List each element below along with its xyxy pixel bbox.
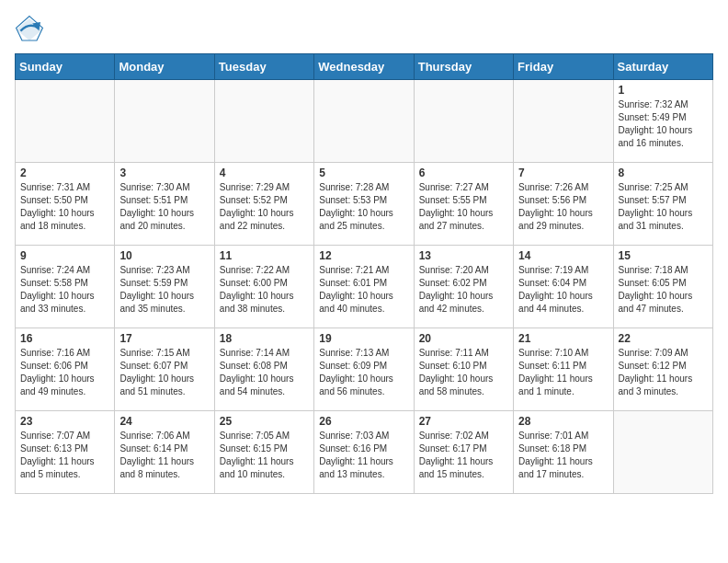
day-info: Sunrise: 7:32 AM Sunset: 5:49 PM Dayligh…: [619, 98, 708, 150]
calendar-header-thursday: Thursday: [414, 54, 513, 80]
day-info: Sunrise: 7:29 AM Sunset: 5:52 PM Dayligh…: [220, 181, 309, 233]
calendar-cell: 12Sunrise: 7:21 AM Sunset: 6:01 PM Dayli…: [314, 246, 414, 328]
calendar-cell: 9Sunrise: 7:24 AM Sunset: 5:58 PM Daylig…: [16, 246, 115, 328]
day-info: Sunrise: 7:27 AM Sunset: 5:55 PM Dayligh…: [419, 181, 508, 233]
calendar-cell: 2Sunrise: 7:31 AM Sunset: 5:50 PM Daylig…: [16, 163, 115, 246]
logo-icon: [15, 15, 44, 44]
calendar-cell: 5Sunrise: 7:28 AM Sunset: 5:53 PM Daylig…: [314, 163, 414, 246]
calendar-week-2: 9Sunrise: 7:24 AM Sunset: 5:58 PM Daylig…: [16, 246, 713, 328]
calendar-cell: 10Sunrise: 7:23 AM Sunset: 5:59 PM Dayli…: [115, 246, 214, 328]
calendar-cell: [414, 80, 513, 163]
day-info: Sunrise: 7:23 AM Sunset: 5:59 PM Dayligh…: [119, 264, 209, 316]
day-info: Sunrise: 7:19 AM Sunset: 6:04 PM Dayligh…: [518, 264, 608, 316]
calendar-cell: 16Sunrise: 7:16 AM Sunset: 6:06 PM Dayli…: [16, 328, 115, 411]
day-number: 16: [20, 332, 109, 345]
day-info: Sunrise: 7:16 AM Sunset: 6:06 PM Dayligh…: [20, 347, 109, 398]
calendar-week-3: 16Sunrise: 7:16 AM Sunset: 6:06 PM Dayli…: [16, 328, 713, 411]
day-number: 21: [518, 332, 608, 345]
calendar-header-monday: Monday: [115, 54, 214, 80]
day-info: Sunrise: 7:15 AM Sunset: 6:07 PM Dayligh…: [119, 347, 209, 398]
day-info: Sunrise: 7:28 AM Sunset: 5:53 PM Dayligh…: [319, 181, 408, 233]
day-info: Sunrise: 7:03 AM Sunset: 6:16 PM Dayligh…: [319, 430, 408, 481]
day-info: Sunrise: 7:22 AM Sunset: 6:00 PM Dayligh…: [220, 264, 309, 316]
calendar-cell: 27Sunrise: 7:02 AM Sunset: 6:17 PM Dayli…: [414, 411, 513, 494]
day-info: Sunrise: 7:02 AM Sunset: 6:17 PM Dayligh…: [419, 430, 508, 481]
calendar-header-row: SundayMondayTuesdayWednesdayThursdayFrid…: [16, 54, 713, 80]
calendar-cell: 24Sunrise: 7:06 AM Sunset: 6:14 PM Dayli…: [115, 411, 214, 494]
day-number: 8: [619, 167, 708, 179]
day-number: 11: [220, 249, 309, 262]
calendar-cell: 26Sunrise: 7:03 AM Sunset: 6:16 PM Dayli…: [314, 411, 414, 494]
day-number: 22: [619, 332, 708, 345]
day-number: 5: [319, 167, 408, 179]
calendar-cell: 18Sunrise: 7:14 AM Sunset: 6:08 PM Dayli…: [214, 328, 313, 411]
calendar-cell: 21Sunrise: 7:10 AM Sunset: 6:11 PM Dayli…: [514, 328, 613, 411]
day-number: 19: [319, 332, 408, 345]
calendar-cell: 19Sunrise: 7:13 AM Sunset: 6:09 PM Dayli…: [314, 328, 414, 411]
calendar-cell: [115, 80, 214, 163]
day-info: Sunrise: 7:25 AM Sunset: 5:57 PM Dayligh…: [619, 181, 708, 233]
calendar-cell: 28Sunrise: 7:01 AM Sunset: 6:18 PM Dayli…: [514, 411, 613, 494]
day-info: Sunrise: 7:05 AM Sunset: 6:15 PM Dayligh…: [220, 430, 309, 481]
calendar-cell: 17Sunrise: 7:15 AM Sunset: 6:07 PM Dayli…: [115, 328, 214, 411]
day-number: 1: [619, 84, 708, 97]
calendar-cell: 6Sunrise: 7:27 AM Sunset: 5:55 PM Daylig…: [414, 163, 513, 246]
day-number: 23: [20, 415, 109, 428]
day-number: 24: [119, 415, 209, 428]
calendar-cell: 20Sunrise: 7:11 AM Sunset: 6:10 PM Dayli…: [414, 328, 513, 411]
day-number: 3: [119, 167, 209, 179]
calendar-cell: 8Sunrise: 7:25 AM Sunset: 5:57 PM Daylig…: [613, 163, 712, 246]
calendar-cell: [514, 80, 613, 163]
calendar-header-sunday: Sunday: [16, 54, 115, 80]
calendar-week-4: 23Sunrise: 7:07 AM Sunset: 6:13 PM Dayli…: [16, 411, 713, 494]
calendar-cell: [314, 80, 414, 163]
calendar-week-0: 1Sunrise: 7:32 AM Sunset: 5:49 PM Daylig…: [16, 80, 713, 163]
calendar-week-1: 2Sunrise: 7:31 AM Sunset: 5:50 PM Daylig…: [16, 163, 713, 246]
day-info: Sunrise: 7:20 AM Sunset: 6:02 PM Dayligh…: [419, 264, 508, 316]
day-number: 4: [220, 167, 309, 179]
day-number: 2: [20, 167, 109, 179]
day-number: 7: [518, 167, 608, 179]
calendar-cell: [214, 80, 313, 163]
calendar-header-tuesday: Tuesday: [214, 54, 313, 80]
day-number: 20: [419, 332, 508, 345]
day-info: Sunrise: 7:13 AM Sunset: 6:09 PM Dayligh…: [319, 347, 408, 398]
day-number: 14: [518, 249, 608, 262]
day-number: 15: [619, 249, 708, 262]
calendar-cell: 23Sunrise: 7:07 AM Sunset: 6:13 PM Dayli…: [16, 411, 115, 494]
calendar-cell: 25Sunrise: 7:05 AM Sunset: 6:15 PM Dayli…: [214, 411, 313, 494]
calendar-cell: 11Sunrise: 7:22 AM Sunset: 6:00 PM Dayli…: [214, 246, 313, 328]
day-info: Sunrise: 7:24 AM Sunset: 5:58 PM Dayligh…: [20, 264, 109, 316]
day-info: Sunrise: 7:14 AM Sunset: 6:08 PM Dayligh…: [220, 347, 309, 398]
day-info: Sunrise: 7:11 AM Sunset: 6:10 PM Dayligh…: [419, 347, 508, 398]
day-info: Sunrise: 7:01 AM Sunset: 6:18 PM Dayligh…: [518, 430, 608, 481]
day-number: 9: [20, 249, 109, 262]
day-number: 13: [419, 249, 508, 262]
day-info: Sunrise: 7:09 AM Sunset: 6:12 PM Dayligh…: [619, 347, 708, 398]
calendar-header-friday: Friday: [514, 54, 613, 80]
calendar-cell: [613, 411, 712, 494]
calendar-cell: 1Sunrise: 7:32 AM Sunset: 5:49 PM Daylig…: [613, 80, 712, 163]
calendar-cell: 7Sunrise: 7:26 AM Sunset: 5:56 PM Daylig…: [514, 163, 613, 246]
header: [15, 15, 713, 44]
calendar-cell: 3Sunrise: 7:30 AM Sunset: 5:51 PM Daylig…: [115, 163, 214, 246]
calendar-header-wednesday: Wednesday: [314, 54, 414, 80]
day-info: Sunrise: 7:30 AM Sunset: 5:51 PM Dayligh…: [119, 181, 209, 233]
day-info: Sunrise: 7:26 AM Sunset: 5:56 PM Dayligh…: [518, 181, 608, 233]
day-number: 10: [119, 249, 209, 262]
calendar: SundayMondayTuesdayWednesdayThursdayFrid…: [15, 53, 713, 494]
day-number: 17: [119, 332, 209, 345]
calendar-header-saturday: Saturday: [613, 54, 712, 80]
day-number: 27: [419, 415, 508, 428]
day-number: 12: [319, 249, 408, 262]
day-info: Sunrise: 7:07 AM Sunset: 6:13 PM Dayligh…: [20, 430, 109, 481]
day-number: 25: [220, 415, 309, 428]
day-number: 26: [319, 415, 408, 428]
calendar-cell: [16, 80, 115, 163]
calendar-cell: 13Sunrise: 7:20 AM Sunset: 6:02 PM Dayli…: [414, 246, 513, 328]
day-info: Sunrise: 7:21 AM Sunset: 6:01 PM Dayligh…: [319, 264, 408, 316]
calendar-cell: 15Sunrise: 7:18 AM Sunset: 6:05 PM Dayli…: [613, 246, 712, 328]
logo: [15, 15, 48, 44]
day-number: 6: [419, 167, 508, 179]
day-number: 18: [220, 332, 309, 345]
